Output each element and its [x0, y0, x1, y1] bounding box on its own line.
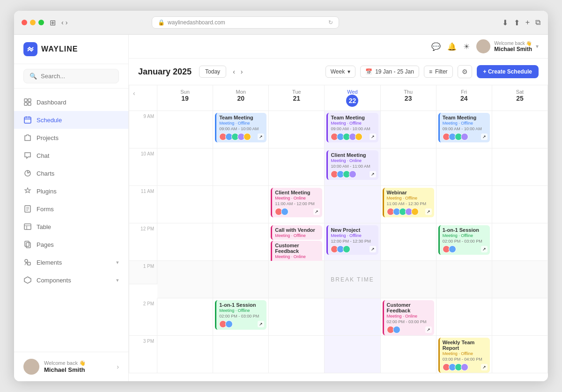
svg-rect-9 — [26, 243, 30, 248]
date-range: 📅 19 Jan - 25 Jan — [360, 66, 419, 78]
cell-thu-1pm — [381, 261, 436, 298]
avatar — [244, 133, 251, 141]
event-wed-new-project[interactable]: New Project Meeting · Offline 12:00 PM -… — [326, 225, 378, 255]
cell-sun-10am — [157, 148, 213, 186]
svg-rect-7 — [24, 224, 31, 229]
address-bar[interactable]: 🔒 waylinedashboard.com ↻ — [152, 16, 339, 29]
cal-next-button[interactable]: › — [239, 66, 245, 77]
fri-name: Fri — [438, 89, 490, 95]
event-fri-1on1[interactable]: 1-on-1 Session Meeting · Offline 02:00 P… — [438, 225, 490, 255]
sidebar-item-charts[interactable]: Charts — [14, 164, 128, 182]
calendar-settings-button[interactable]: ⚙ — [458, 65, 472, 78]
cell-mon-12pm — [213, 223, 269, 261]
avatar — [281, 208, 288, 215]
expand-icon[interactable]: ↗ — [481, 246, 488, 252]
cell-fri-1pm — [436, 261, 492, 298]
sidebar-item-components[interactable]: Components ▾ — [14, 271, 128, 289]
event-wed-team-meeting[interactable]: Team Meeting Meeting · Offline 09:00 AM … — [326, 113, 378, 142]
expand-icon[interactable]: ↗ — [370, 133, 376, 140]
back-button[interactable]: ‹ — [61, 19, 64, 26]
sidebar-toggle-icon[interactable]: ⊞ — [50, 18, 56, 27]
filter-button[interactable]: ≡ Filter — [424, 66, 453, 78]
sidebar-item-pages[interactable]: Pages — [14, 236, 128, 253]
share-icon[interactable]: ⬆ — [514, 18, 520, 27]
sidebar-item-dashboard[interactable]: Dashboard — [14, 93, 128, 111]
forms-label: Forms — [37, 206, 54, 213]
cell-tue-3pm — [269, 336, 325, 373]
sidebar-item-forms[interactable]: Forms — [14, 200, 128, 218]
tabs-icon[interactable]: ⧉ — [535, 18, 540, 27]
search-box[interactable]: 🔍 — [23, 69, 119, 83]
day-header-wed: Wed 22 — [325, 85, 380, 111]
time-2pm: 2 PM — [129, 298, 157, 336]
cell-mon-11am — [213, 186, 269, 223]
maximize-button[interactable] — [38, 20, 44, 25]
event-thu-webinar[interactable]: Webinar Meeting · Offline 11:00 AM - 12:… — [383, 188, 434, 217]
event-thu-customer-feedback[interactable]: Customer Feedback Meeting · Online 02:00… — [383, 300, 434, 335]
expand-icon[interactable]: ↗ — [258, 133, 264, 140]
expand-icon[interactable]: ↗ — [481, 364, 488, 370]
filter-label: Filter — [435, 68, 448, 75]
calendar-scroll[interactable]: ‹ Sun 19 Mon 20 Tue 21 Wed — [129, 85, 548, 381]
event-wed-client-meeting[interactable]: Client Meeting Meeting · Online 10:00 AM… — [326, 150, 378, 180]
settings-topbar-icon[interactable]: ☀ — [463, 42, 470, 51]
forward-button[interactable]: › — [66, 19, 68, 26]
time-3pm: 3 PM — [129, 336, 157, 373]
week-selector[interactable]: Week ▾ — [325, 66, 355, 78]
cell-wed-3pm — [325, 336, 380, 373]
event-mon-team-meeting[interactable]: Team Meeting Meeting · Offline 09:00 AM … — [215, 113, 266, 142]
cell-mon-1pm — [213, 261, 269, 298]
avatar — [411, 208, 419, 215]
minimize-button[interactable] — [30, 20, 36, 25]
username-label: Michael Smith — [494, 46, 532, 52]
elements-icon — [23, 258, 32, 266]
chat-label: Chat — [37, 152, 49, 159]
grid-prev-button[interactable]: ‹ — [133, 89, 135, 97]
close-button[interactable] — [22, 20, 27, 25]
calendar-range-icon: 📅 — [365, 68, 372, 75]
add-tab-icon[interactable]: + — [525, 18, 530, 27]
time-12pm: 12 PM — [129, 223, 157, 261]
chat-topbar-icon[interactable]: 💬 — [431, 42, 441, 51]
calendar-title: January 2025 — [138, 67, 192, 77]
refresh-icon[interactable]: ↻ — [328, 19, 333, 26]
expand-icon[interactable]: ↗ — [481, 133, 488, 140]
sidebar-item-projects[interactable]: Projects — [14, 129, 128, 147]
expand-icon[interactable]: ↗ — [425, 208, 432, 215]
svg-rect-4 — [24, 117, 31, 123]
expand-icon[interactable]: ↗ — [370, 246, 376, 252]
search-input[interactable] — [41, 73, 113, 80]
event-tue-client-meeting[interactable]: Client Meeting Meeting · Online 11:00 AM… — [271, 188, 322, 217]
event-tue-call-vendor[interactable]: Call with Vendor Meeting · Offline — [271, 225, 322, 240]
expand-icon[interactable]: ↗ — [370, 171, 376, 178]
cell-sat-2pm — [492, 298, 548, 336]
expand-icon[interactable]: ↗ — [313, 208, 320, 215]
today-button[interactable]: Today — [199, 66, 226, 78]
download-icon[interactable]: ⬇ — [502, 18, 508, 27]
notification-icon[interactable]: 🔔 — [447, 42, 457, 51]
sidebar-item-elements[interactable]: Elements ▾ — [14, 253, 128, 271]
cell-thu-10am — [381, 148, 436, 186]
sidebar-item-schedule[interactable]: Schedule — [14, 111, 128, 129]
user-dropdown-icon[interactable]: ▾ — [536, 43, 539, 50]
expand-icon[interactable]: ↗ — [425, 326, 432, 333]
event-mon-1on1[interactable]: 1-on-1 Session Meeting · Offline 02:00 P… — [215, 300, 266, 330]
event-fri-weekly-report[interactable]: Weekly Team Report Meeting · Offline 03:… — [438, 338, 490, 373]
cal-prev-button[interactable]: ‹ — [231, 66, 237, 77]
pages-label: Pages — [37, 241, 54, 248]
calendar-grid: ‹ Sun 19 Mon 20 Tue 21 Wed — [129, 85, 548, 373]
expand-icon[interactable]: ↗ — [258, 321, 264, 327]
cell-wed-12pm: New Project Meeting · Offline 12:00 PM -… — [325, 223, 380, 261]
lock-icon: 🔒 — [158, 19, 165, 26]
create-schedule-button[interactable]: + Create Schedule — [477, 65, 539, 78]
cell-wed-2pm — [325, 298, 380, 336]
cell-wed-10am: Client Meeting Meeting · Online 10:00 AM… — [325, 148, 380, 186]
calendar-nav: ‹ › — [231, 66, 244, 77]
plugins-icon — [23, 187, 32, 195]
schedule-icon — [23, 116, 32, 124]
footer-arrow-icon[interactable]: › — [117, 363, 119, 370]
event-fri-team-meeting[interactable]: Team Meeting Meeting · Offline 09:00 AM … — [438, 113, 490, 142]
sidebar-item-chat[interactable]: Chat — [14, 147, 128, 164]
sidebar-item-table[interactable]: Table — [14, 218, 128, 236]
sidebar-item-plugins[interactable]: Plugins — [14, 182, 128, 200]
